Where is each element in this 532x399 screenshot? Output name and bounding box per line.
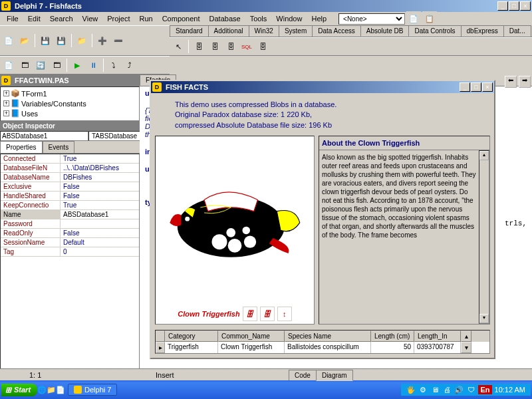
menu-tools[interactable]: Tools <box>246 13 271 24</box>
open-project-button[interactable]: 📁 <box>74 33 89 48</box>
db-nav-icon[interactable]: 🗄 <box>260 307 275 321</box>
oi-prop-name[interactable]: ReadOnly <box>1 229 61 237</box>
scroll-up-icon[interactable]: ▴ <box>479 151 489 160</box>
palette-tab-additional[interactable]: Additional <box>208 25 249 37</box>
menu-run[interactable]: Run <box>135 13 156 24</box>
grid-cell[interactable]: Clown Triggerfish <box>218 342 285 353</box>
menu-search[interactable]: Search <box>46 13 77 24</box>
saveall-button[interactable]: 💾 <box>54 33 68 48</box>
toggle-button[interactable]: 🔄 <box>33 58 48 72</box>
col-header[interactable]: Species Name <box>285 331 371 342</box>
tray-icon[interactable]: 🛡 <box>466 385 475 394</box>
oi-prop-name[interactable]: KeepConnectio <box>1 201 61 209</box>
expand-icon[interactable]: + <box>3 110 9 116</box>
minimize-button[interactable]: _ <box>497 1 508 11</box>
palette-tab-standard[interactable]: Standard <box>170 25 209 37</box>
db-nav-icon[interactable]: 🗄 <box>243 307 257 321</box>
palette-tab-more[interactable]: Dat... <box>503 25 531 37</box>
oi-tab-events[interactable]: Events <box>43 141 75 153</box>
maximize-button[interactable]: □ <box>509 1 519 11</box>
col-header[interactable]: Common_Name <box>218 331 285 342</box>
diagram-tab[interactable]: Diagram <box>316 370 353 381</box>
language-indicator[interactable]: En <box>478 385 491 394</box>
maximize-button[interactable]: □ <box>471 82 481 92</box>
palette-tab-absolutedb[interactable]: Absolute DB <box>360 25 410 37</box>
oi-prop-value[interactable]: False <box>61 192 139 200</box>
grid-cell[interactable]: Triggerfish <box>165 342 218 353</box>
expand-icon[interactable]: + <box>3 90 9 96</box>
clock[interactable]: 10:12 AM <box>495 386 525 394</box>
forward-icon[interactable]: ➡ <box>519 76 531 88</box>
oi-prop-name[interactable]: Tag <box>1 247 61 256</box>
oi-prop-name[interactable]: Exclusive <box>1 182 61 191</box>
oi-prop-name[interactable]: Connected <box>1 154 61 163</box>
oi-prop-name[interactable]: SessionName <box>1 238 61 247</box>
menu-project[interactable]: Project <box>103 13 134 24</box>
menu-file[interactable]: File <box>3 13 23 24</box>
view-form-button[interactable]: 🗔 <box>17 58 32 72</box>
taskbar-item[interactable]: Delphi 7 <box>68 384 117 396</box>
back-icon[interactable]: ⬅ <box>505 76 517 88</box>
col-header[interactable]: Length (cm) <box>371 331 414 342</box>
scroll-up-icon[interactable]: ▴ <box>461 331 471 342</box>
save-button[interactable]: 💾 <box>38 33 53 48</box>
col-header[interactable]: Category <box>165 331 218 342</box>
scrollbar[interactable]: ▴ ▾ <box>479 150 489 324</box>
component-icon[interactable]: 🗄 <box>192 39 206 54</box>
oi-prop-name[interactable]: Name <box>1 210 61 219</box>
pause-button[interactable]: ⏸ <box>86 58 100 72</box>
scroll-down-icon[interactable]: ▾ <box>479 314 489 323</box>
quicklaunch-icon[interactable]: 📁 <box>47 385 56 394</box>
oi-prop-value[interactable]: True <box>61 201 139 209</box>
code-tree[interactable]: +📦TForm1 +📘Variables/Constants +📘Uses <box>0 86 140 121</box>
fishfacts-titlebar[interactable]: D FISH FACTS _ □ × <box>151 81 494 93</box>
tray-icon[interactable]: 🔊 <box>454 385 464 394</box>
component-icon[interactable]: 🗄 <box>255 39 270 54</box>
expand-icon[interactable]: + <box>3 100 9 106</box>
menu-component[interactable]: Component <box>158 13 204 24</box>
palette-tab-datacontrols[interactable]: Data Controls <box>408 25 461 37</box>
start-button[interactable]: ⊞ Start <box>1 384 37 396</box>
tray-icon[interactable]: 🖥 <box>430 385 440 394</box>
palette-tab-dbexpress[interactable]: dbExpress <box>461 25 504 37</box>
fish-data-grid[interactable]: Category Common_Name Species Name Length… <box>155 330 490 354</box>
menu-edit[interactable]: Edit <box>24 13 45 24</box>
palette-tab-dataaccess[interactable]: Data Access <box>312 25 361 37</box>
open-button[interactable]: 📂 <box>17 33 32 48</box>
oi-prop-value[interactable]: ..\..\Data\DBFishes <box>61 164 139 172</box>
oi-prop-value[interactable]: ABSDatabase1 <box>61 210 139 219</box>
run-button[interactable]: ▶ <box>70 58 84 72</box>
component-icon[interactable]: 🗄 <box>207 39 222 54</box>
scroll-down-icon[interactable]: ▾ <box>461 342 471 353</box>
quicklaunch-icon[interactable]: 📄 <box>56 385 65 394</box>
component-sql-icon[interactable]: SQL <box>239 39 254 54</box>
palette-tab-win32[interactable]: Win32 <box>249 25 279 37</box>
col-header[interactable]: Length_In <box>414 331 461 342</box>
code-tab[interactable]: Code <box>289 370 317 380</box>
oi-prop-name[interactable]: HandleShared <box>1 192 61 200</box>
view-unit-button[interactable]: 📄 <box>1 58 16 72</box>
fish-description[interactable]: Also known as the big spotted triggerfis… <box>319 150 479 324</box>
menu-window[interactable]: Window <box>272 13 306 24</box>
oi-grid[interactable]: ConnectedTrue DatabaseFileN..\..\Data\DB… <box>0 154 140 399</box>
oi-prop-value[interactable]: 0 <box>61 247 139 256</box>
menu-database[interactable]: Database <box>205 13 245 24</box>
oi-prop-name[interactable]: DatabaseName <box>1 173 61 182</box>
oi-component-combo[interactable] <box>0 131 88 141</box>
db-nav-icon[interactable]: ↕ <box>277 307 292 321</box>
oi-prop-value[interactable]: False <box>61 229 139 237</box>
new-form-button[interactable]: 🗔 <box>49 58 64 72</box>
tray-icon[interactable]: 🖨 <box>442 385 452 394</box>
quicklaunch-icon[interactable]: 🌐 <box>37 385 47 394</box>
close-button[interactable]: × <box>520 1 531 11</box>
remove-file-button[interactable]: ➖ <box>111 33 126 48</box>
minimize-button[interactable]: _ <box>460 82 470 92</box>
oi-prop-value[interactable]: False <box>61 182 139 191</box>
tray-icon[interactable]: ⚙ <box>418 385 428 394</box>
tray-icon[interactable]: 🖐 <box>406 385 416 394</box>
grid-cell[interactable]: 50 <box>371 342 414 353</box>
grid-cell[interactable]: 0393700787 <box>414 342 461 353</box>
close-button[interactable]: × <box>482 82 493 92</box>
toolbar-icon[interactable]: 📋 <box>422 11 437 26</box>
add-file-button[interactable]: ➕ <box>95 33 110 48</box>
